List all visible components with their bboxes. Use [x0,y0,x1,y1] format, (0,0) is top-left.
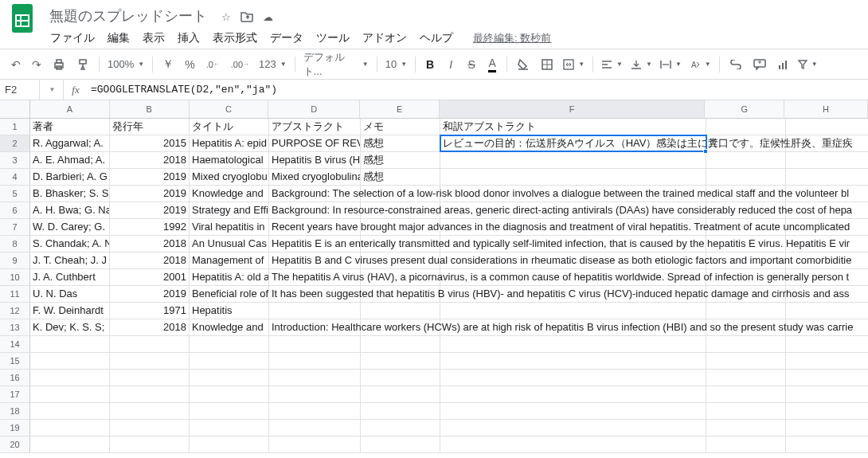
cell[interactable]: 2018 [110,152,190,168]
font-size-select[interactable]: 10▼ [382,54,410,75]
filter-icon[interactable]: ▼ [795,54,821,75]
cell[interactable]: It has been suggested that hepatitis B v… [269,286,361,302]
cell[interactable]: Background: The selection of a low-risk … [269,186,361,202]
cell[interactable] [190,403,269,419]
cell[interactable] [30,370,110,386]
cell[interactable] [706,420,786,436]
cell[interactable] [706,403,786,419]
cell[interactable] [440,353,706,369]
spreadsheet-grid[interactable]: A B C D E F G H 1 著者 発行年 タイトル アブストラクト メモ… [0,100,868,453]
inc-decimal-button[interactable]: .00→ [226,54,254,75]
cell[interactable] [786,403,868,419]
currency-button[interactable]: ￥ [158,54,178,75]
cell[interactable] [706,119,786,135]
paint-format-icon[interactable] [72,54,94,75]
cell[interactable] [440,303,706,319]
cell[interactable] [706,370,786,386]
text-color-button[interactable]: A [483,54,502,75]
cell[interactable] [269,436,361,452]
cell[interactable]: Knowledge and [190,319,269,335]
cell[interactable]: 2019 [110,202,190,218]
select-all-corner[interactable] [0,100,30,118]
cell[interactable] [30,403,110,419]
cell[interactable] [440,403,706,419]
row-header[interactable]: 9 [0,252,30,268]
percent-button[interactable]: % [180,54,199,75]
cell[interactable] [190,353,269,369]
row-header[interactable]: 18 [0,403,30,419]
cell[interactable]: Hepatitis A: old a [190,269,269,285]
cell[interactable]: K. Dev; K. S. S; [30,319,110,335]
col-header[interactable]: H [784,100,868,118]
row-header[interactable]: 5 [0,186,30,202]
menu-file[interactable]: ファイル [45,28,100,49]
cell[interactable] [440,169,706,185]
italic-button[interactable]: I [441,54,460,75]
cell[interactable]: 1971 [110,303,190,319]
cell[interactable]: R. Aggarwal; A. [30,135,110,151]
cell[interactable] [110,370,190,386]
menu-view[interactable]: 表示 [137,28,170,49]
row-header[interactable]: 15 [0,353,30,369]
row-header[interactable]: 12 [0,303,30,319]
undo-icon[interactable]: ↶ [6,54,25,75]
cell[interactable] [706,336,786,352]
chart-icon[interactable] [772,54,793,75]
link-icon[interactable] [725,54,747,75]
cell[interactable] [440,386,706,402]
cell[interactable]: Mixed cryoglobulina [269,169,361,185]
cell[interactable]: Introduction: Healthcare workers (HCWs) … [269,319,361,335]
cell[interactable]: 2001 [110,269,190,285]
last-edit-link[interactable]: 最終編集: 数秒前 [473,31,551,45]
cell[interactable]: U. N. Das [30,286,110,302]
cell[interactable] [706,152,786,168]
borders-button[interactable] [536,54,558,75]
fill-color-button[interactable] [512,54,534,75]
cell[interactable] [786,436,868,452]
cell[interactable] [786,370,868,386]
cell[interactable] [110,386,190,402]
cell[interactable] [786,303,868,319]
cell[interactable] [440,152,706,168]
cell[interactable] [786,386,868,402]
row-header[interactable]: 2 [0,135,30,151]
menu-edit[interactable]: 編集 [102,28,135,49]
cell[interactable] [440,370,706,386]
dec-decimal-button[interactable]: .0← [201,54,225,75]
cell[interactable] [190,370,269,386]
cell[interactable] [786,420,868,436]
cell[interactable] [110,403,190,419]
cell[interactable]: 著者 [30,119,110,135]
cell[interactable]: 感想 [361,169,440,185]
cell[interactable]: D. Barbieri; A. G [30,169,110,185]
cell[interactable] [361,386,440,402]
cell[interactable] [30,436,110,452]
cell[interactable]: Management of [190,252,269,268]
halign-button[interactable]: ▼ [598,54,626,75]
formula-input[interactable]: =GOOGLETRANSLATE(D2,"en","ja") [88,84,868,96]
cell[interactable]: 2019 [110,186,190,202]
merge-button[interactable]: ▼ [560,54,588,75]
cell[interactable] [786,152,868,168]
col-header[interactable]: F [440,100,705,118]
row-header[interactable]: 1 [0,119,30,135]
menu-help[interactable]: ヘルプ [414,28,459,49]
cell[interactable] [269,336,361,352]
cell[interactable] [361,336,440,352]
cell[interactable] [361,370,440,386]
wrap-button[interactable]: ▼ [657,54,685,75]
comment-icon[interactable] [749,54,771,75]
star-icon[interactable]: ☆ [221,11,231,25]
valign-button[interactable]: ▼ [628,54,655,75]
cell[interactable] [269,420,361,436]
namebox-dropdown[interactable]: ▼ [40,80,64,100]
row-header[interactable]: 10 [0,269,30,285]
zoom-select[interactable]: 100%▼ [104,54,147,75]
cloud-icon[interactable]: ☁ [263,11,273,25]
cell[interactable] [706,353,786,369]
cell[interactable]: The hepatitis A virus (HAV), a picornavi… [269,269,361,285]
cell[interactable] [269,386,361,402]
col-header[interactable]: C [190,100,269,118]
cell[interactable]: Hepatitis A: epid [190,135,269,151]
row-header[interactable]: 14 [0,336,30,352]
